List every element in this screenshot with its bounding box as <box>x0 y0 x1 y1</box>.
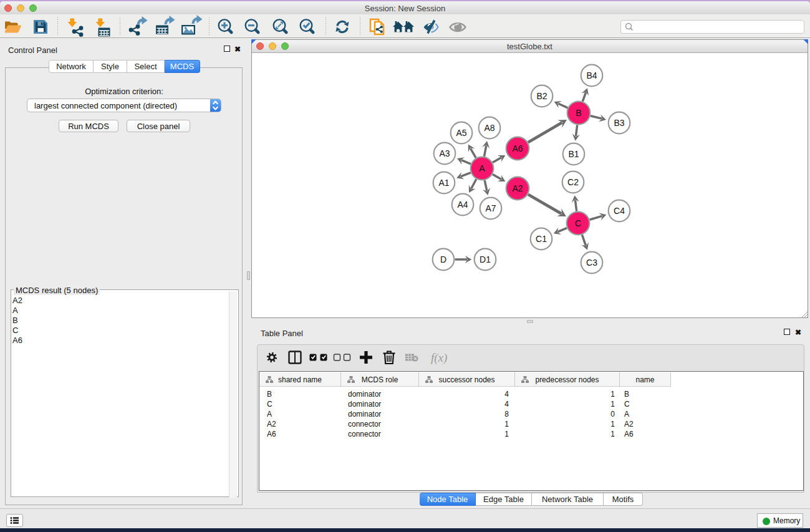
svg-text:C4: C4 <box>614 206 625 216</box>
svg-text:D1: D1 <box>480 254 491 264</box>
svg-text:B1: B1 <box>568 149 579 159</box>
svg-text:B3: B3 <box>614 118 624 128</box>
svg-text:C: C <box>575 218 581 228</box>
svg-text:A1: A1 <box>438 178 449 188</box>
svg-text:C1: C1 <box>536 234 547 244</box>
svg-text:A5: A5 <box>456 128 466 138</box>
svg-text:D: D <box>440 254 446 264</box>
svg-text:A7: A7 <box>485 203 496 213</box>
svg-text:A8: A8 <box>484 123 494 133</box>
svg-text:A: A <box>479 163 485 173</box>
svg-text:A4: A4 <box>457 200 468 210</box>
svg-text:A2: A2 <box>512 183 523 193</box>
svg-text:C3: C3 <box>586 258 597 268</box>
svg-text:f(x): f(x) <box>431 351 447 365</box>
svg-text:B4: B4 <box>586 70 597 80</box>
svg-text:A3: A3 <box>439 148 450 158</box>
svg-text:B: B <box>576 108 581 118</box>
svg-text:B2: B2 <box>536 91 547 101</box>
svg-text:A6: A6 <box>512 143 523 153</box>
svg-text:C2: C2 <box>567 177 579 187</box>
